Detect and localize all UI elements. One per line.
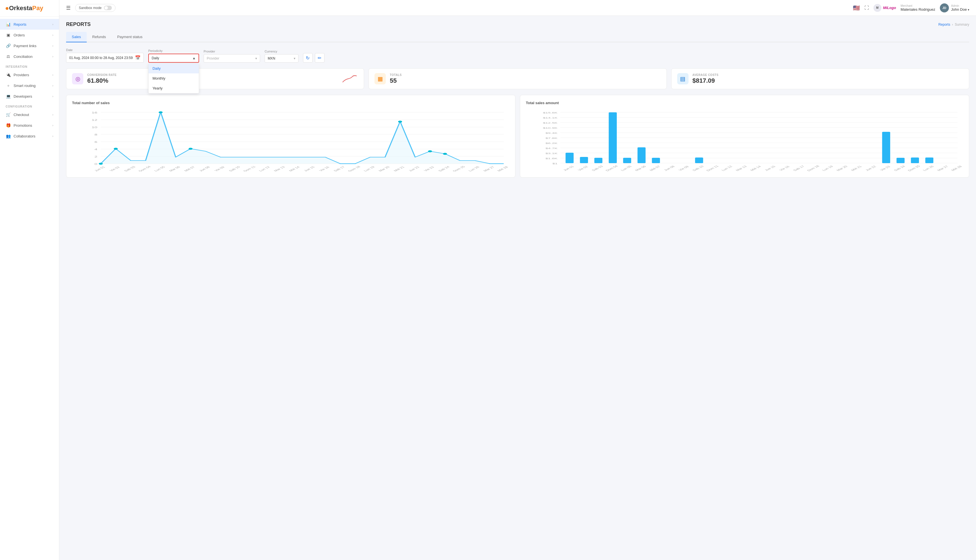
user-name: John Doe ▾ [951, 7, 969, 12]
svg-point-17 [99, 163, 103, 165]
sidebar-item-promotions[interactable]: 🎁 Promotions › [0, 120, 59, 131]
tab-payment-status[interactable]: Payment status [112, 32, 148, 42]
tab-sales[interactable]: Sales [66, 32, 87, 42]
svg-text:Mié 07: Mié 07 [649, 165, 661, 171]
orders-icon: ▣ [6, 32, 11, 38]
sidebar-item-promotions-label: Promotions [13, 123, 32, 128]
totals-icon: ▦ [374, 73, 386, 84]
collaborators-icon: 👥 [6, 133, 11, 138]
currency-select[interactable]: MXN ▾ [265, 54, 299, 63]
provider-select[interactable]: Provider ▾ [204, 54, 260, 63]
provider-filter-group: Provider Provider ▾ [204, 50, 260, 63]
logo-orkesta: Orkesta [9, 5, 32, 12]
svg-text:$14.1K: $14.1K [543, 117, 557, 119]
user-avatar: JD [940, 3, 949, 12]
svg-text:Jue 15: Jue 15 [303, 166, 316, 172]
svg-rect-84 [911, 158, 919, 163]
provider-placeholder: Provider [207, 57, 219, 60]
configuration-section-label: CONFIGURATION [0, 102, 59, 109]
chevron-right-icon: › [52, 134, 53, 138]
line-chart-title: Total number of sales [72, 101, 509, 105]
checkout-icon: 🛒 [6, 112, 11, 117]
sidebar-item-developers[interactable]: 💻 Developers › [0, 91, 59, 102]
conversion-rate-icon: ◎ [72, 73, 83, 84]
chevron-right-icon: › [52, 23, 53, 26]
periodicity-select[interactable]: Daily ▲ [148, 53, 199, 63]
sidebar-item-providers[interactable]: 🔌 Providers › [0, 70, 59, 80]
chevron-right-icon: › [52, 95, 53, 98]
edit-button[interactable]: ✏ [315, 53, 324, 63]
toggle-knob [105, 6, 108, 10]
providers-icon: 🔌 [6, 72, 11, 77]
average-costs-value: $817.09 [692, 77, 963, 84]
sidebar-item-collaborators[interactable]: 👥 Collaborators › [0, 131, 59, 142]
svg-text:$6.2K: $6.2K [546, 142, 558, 145]
svg-text:$15.6K: $15.6K [543, 112, 557, 114]
sidebar-item-checkout[interactable]: 🛒 Checkout › [0, 109, 59, 120]
periodicity-option-monthly[interactable]: Monthly [148, 73, 199, 83]
svg-rect-79 [637, 147, 646, 163]
svg-text:Lun 12: Lun 12 [721, 165, 733, 171]
svg-point-20 [189, 148, 193, 150]
page-header: REPORTS Reports › Summary [66, 22, 969, 27]
svg-text:Mar 06: Mar 06 [634, 165, 647, 172]
conversion-rate-label: CONVERSION RATE [87, 73, 337, 77]
svg-text:Jue 01: Jue 01 [93, 166, 106, 172]
svg-text:Dom 04: Dom 04 [605, 165, 619, 172]
menu-icon[interactable]: ☰ [66, 5, 71, 11]
tab-refunds[interactable]: Refunds [87, 32, 112, 42]
chevron-right-icon: › [52, 73, 53, 77]
svg-text:Lun 26: Lun 26 [922, 165, 935, 171]
svg-text:Vie 16: Vie 16 [318, 166, 330, 172]
brand-logo: M MiLogo [874, 4, 896, 12]
sidebar-item-conciliation[interactable]: ⚖ Conciliation › [0, 51, 59, 62]
svg-text:Vie 23: Vie 23 [879, 165, 891, 171]
topbar: ☰ Sandbox mode 🇺🇸 ⛶ M MiLogo Merchant Ma… [59, 0, 976, 16]
line-chart-area: 0 2 4 6 8 10 12 16 [72, 110, 509, 172]
periodicity-option-daily[interactable]: Daily [148, 63, 199, 73]
svg-text:$1.6K: $1.6K [546, 157, 558, 160]
svg-text:Dom 18: Dom 18 [806, 165, 821, 172]
periodicity-value: Daily [152, 56, 159, 60]
svg-text:Dom 18: Dom 18 [347, 165, 362, 172]
chevron-right-icon: › [52, 55, 53, 58]
date-input[interactable]: 01 Aug, 2024 00:00 to 28 Aug, 2024 23:59… [66, 53, 144, 63]
breadcrumb-reports[interactable]: Reports [938, 23, 950, 27]
sandbox-mode-toggle[interactable]: Sandbox mode [75, 4, 115, 12]
svg-text:Mar 27: Mar 27 [936, 165, 949, 172]
sidebar-item-orders-label: Orders [13, 33, 25, 37]
breadcrumb: Reports › Summary [938, 23, 969, 27]
svg-text:Mié 28: Mié 28 [950, 165, 963, 171]
sidebar-item-smart-routing[interactable]: ⟐ Smart routing › [0, 80, 59, 91]
svg-text:Mar 20: Mar 20 [377, 166, 390, 172]
sidebar-item-payment-links[interactable]: 🔗 Payment links › [0, 40, 59, 51]
periodicity-option-yearly[interactable]: Yearly [148, 83, 199, 93]
svg-text:Sab 10: Sab 10 [692, 165, 705, 172]
svg-text:Sab 10: Sab 10 [228, 166, 241, 172]
periodicity-filter-group: Periodicity Daily ▲ Daily Monthly Yearly [148, 49, 199, 63]
average-costs-card: ▤ AVERAGE COSTS $817.09 [671, 68, 969, 89]
sidebar-item-reports[interactable]: 📊 Reports › [0, 19, 59, 30]
svg-text:$7.8K: $7.8K [546, 137, 558, 140]
svg-rect-85 [925, 158, 933, 163]
svg-text:Sab 03: Sab 03 [123, 166, 137, 172]
svg-text:$9.4K: $9.4K [546, 132, 558, 134]
svg-text:Jue 22: Jue 22 [864, 165, 877, 171]
svg-text:Jue 01: Jue 01 [562, 165, 575, 171]
sidebar-navigation: 📊 Reports › ▣ Orders › 🔗 Payment links ›… [0, 17, 59, 560]
svg-text:Dom 11: Dom 11 [706, 165, 720, 172]
svg-rect-77 [609, 112, 617, 163]
user-menu[interactable]: JD Admin John Doe ▾ [940, 3, 969, 12]
svg-text:Jue 08: Jue 08 [198, 166, 211, 172]
refresh-button[interactable]: ↻ [303, 53, 313, 63]
svg-text:4: 4 [94, 148, 97, 151]
toggle-switch [104, 6, 112, 10]
fullscreen-icon[interactable]: ⛶ [864, 5, 869, 10]
svg-rect-76 [594, 158, 603, 163]
flag-icon[interactable]: 🇺🇸 [853, 5, 860, 11]
svg-text:2: 2 [94, 155, 97, 158]
svg-text:Sab 17: Sab 17 [333, 166, 346, 172]
chevron-right-icon: › [52, 33, 53, 37]
sidebar-item-orders[interactable]: ▣ Orders › [0, 30, 59, 40]
content: REPORTS Reports › Summary Sales Refunds … [59, 16, 976, 560]
